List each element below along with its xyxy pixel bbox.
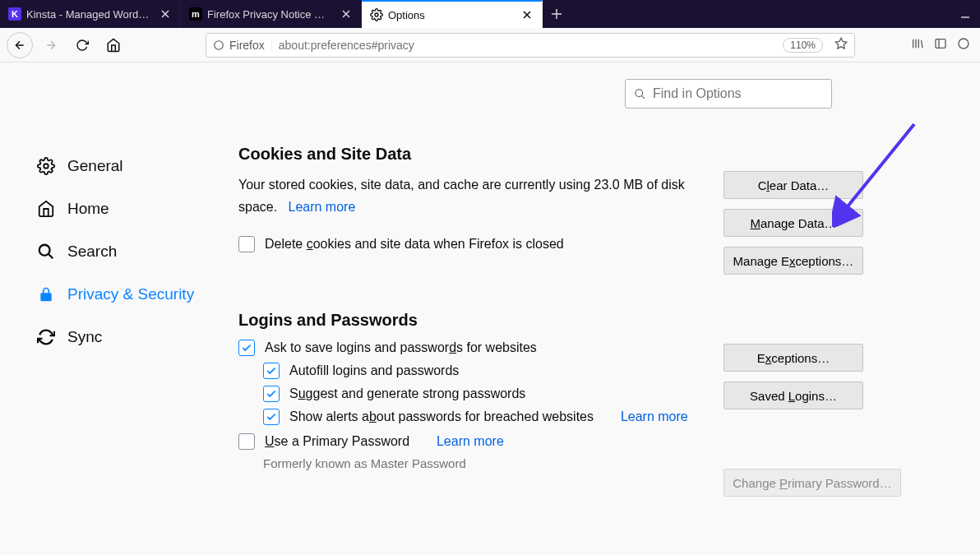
checkbox[interactable] [238,340,255,356]
change-primary-password-button: Change Primary Password… [723,469,901,497]
sidebar-item-home[interactable]: Home [36,187,222,230]
url-text: about:preferences#privacy [272,39,784,52]
search-options[interactable] [625,79,832,109]
preferences-content: Cookies and Site Data Your stored cookie… [238,62,980,555]
home-icon [36,199,56,219]
close-icon[interactable] [159,7,172,21]
minimize-button[interactable] [960,7,970,21]
window-controls [960,0,980,28]
library-icon[interactable] [911,37,924,53]
gear-icon [36,156,56,176]
zoom-indicator[interactable]: 110% [783,38,823,53]
bookmark-star-icon[interactable] [828,37,854,53]
sidebar-item-label: Sync [67,328,102,346]
logins-heading: Logins and Passwords [238,311,699,330]
tab-kinsta[interactable]: K Kinsta - Managed WordPress H [0,0,181,28]
checkbox[interactable] [263,386,280,402]
sidebar-item-search[interactable]: Search [36,230,222,273]
tab-privacy-notice[interactable]: m Firefox Privacy Notice — Mozil [181,0,362,28]
home-button[interactable] [100,32,127,58]
identity-label: Firefox [229,39,265,52]
exceptions-button[interactable]: Exceptions… [723,344,863,372]
svg-point-4 [959,39,968,49]
tab-title: Kinsta - Managed WordPress H [26,8,154,21]
checkbox[interactable] [263,409,280,425]
autofill-logins-row[interactable]: Autofill logins and passwords [263,363,699,379]
close-icon[interactable] [340,7,353,21]
checkbox[interactable] [238,236,255,252]
manage-exceptions-button[interactable]: Manage Exceptions… [723,247,863,275]
checkbox-label: Use a Primary Password [265,434,409,449]
sidebar-item-label: Privacy & Security [67,285,194,303]
url-bar[interactable]: Firefox about:preferences#privacy 110% [206,33,855,58]
svg-point-1 [215,40,224,49]
sidebar-item-label: General [67,157,123,175]
checkbox-label: Ask to save logins and passwords for web… [265,340,537,355]
lock-icon [36,284,56,304]
checkbox-label: Show alerts about passwords for breached… [289,409,594,424]
tab-title: Options [388,9,515,21]
learn-more-link[interactable]: Learn more [437,434,504,449]
checkbox-label: Delete cookies and site data when Firefo… [265,237,564,252]
learn-more-link[interactable]: Learn more [288,200,355,214]
sync-icon [36,327,56,347]
sidebar-item-label: Search [67,243,117,261]
checkbox[interactable] [263,363,280,379]
svg-point-0 [375,13,378,16]
learn-more-link[interactable]: Learn more [621,409,688,424]
identity-box[interactable]: Firefox [206,39,272,52]
favicon-kinsta: K [8,7,21,21]
sidebar-item-label: Home [67,200,109,218]
cookies-description: Your stored cookies, site data, and cach… [238,173,699,218]
tab-title: Firefox Privacy Notice — Mozil [207,8,335,21]
sidebar-item-general[interactable]: General [36,145,222,187]
preferences-sidebar: General Home Search Privacy & Security S… [0,62,238,555]
primary-password-row[interactable]: Use a Primary Password Learn more [238,433,699,450]
svg-marker-2 [835,38,846,49]
nav-toolbar: Firefox about:preferences#privacy 110% [0,28,980,62]
sidebar-item-privacy[interactable]: Privacy & Security [36,273,222,316]
gear-icon [370,8,383,21]
primary-password-note: Formerly known as Master Password [263,456,699,470]
close-icon[interactable] [520,8,534,21]
delete-cookies-checkbox-row[interactable]: Delete cookies and site data when Firefo… [238,236,699,252]
back-button[interactable] [7,32,33,58]
svg-point-5 [44,164,49,169]
tab-bar: K Kinsta - Managed WordPress H m Firefox… [0,0,980,28]
reload-button[interactable] [69,32,95,58]
manage-data-button[interactable]: Manage Data… [723,209,863,237]
breach-alerts-row[interactable]: Show alerts about passwords for breached… [263,409,699,425]
checkbox-label: Suggest and generate strong passwords [289,386,525,401]
ask-save-logins-row[interactable]: Ask to save logins and passwords for web… [238,340,699,356]
clear-data-button[interactable]: Clear Data… [723,171,863,199]
new-tab-button[interactable] [543,0,571,28]
forward-button[interactable] [38,32,64,58]
preferences-page: General Home Search Privacy & Security S… [0,62,980,555]
checkbox[interactable] [238,433,255,450]
search-icon [36,242,56,261]
account-icon[interactable] [957,37,970,53]
tab-options[interactable]: Options [362,0,543,28]
svg-rect-3 [936,39,945,49]
search-icon [634,88,646,100]
svg-point-7 [636,89,643,96]
sidebar-icon[interactable] [934,37,947,53]
sidebar-item-sync[interactable]: Sync [36,316,222,358]
cookies-heading: Cookies and Site Data [238,145,699,164]
favicon-mozilla: m [189,7,202,21]
saved-logins-button[interactable]: Saved Logins… [723,382,863,409]
svg-point-6 [39,245,50,256]
checkbox-label: Autofill logins and passwords [289,363,459,378]
firefox-logo-icon [213,39,224,51]
search-input[interactable] [653,86,823,101]
suggest-passwords-row[interactable]: Suggest and generate strong passwords [263,386,699,402]
